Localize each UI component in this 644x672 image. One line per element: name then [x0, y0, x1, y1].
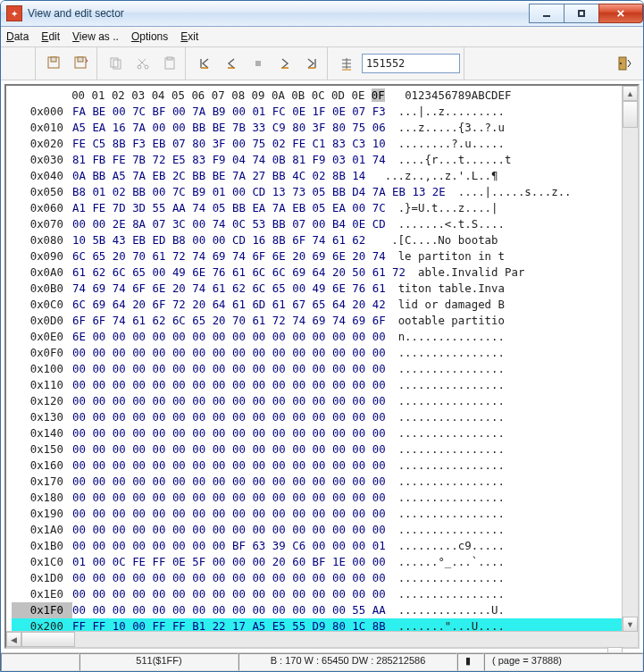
menubar: Data Edit View as .. Options Exit [1, 27, 643, 47]
first-button[interactable] [193, 52, 216, 75]
svg-rect-3 [78, 57, 83, 62]
svg-rect-9 [167, 57, 172, 60]
scroll-up-button[interactable]: ▲ [623, 86, 638, 101]
close-button[interactable] [598, 4, 643, 23]
scroll-down-button[interactable]: ▼ [623, 617, 638, 632]
app-icon: ✦ [6, 5, 22, 21]
svg-point-12 [620, 63, 622, 64]
stop-button[interactable] [247, 52, 270, 75]
scroll-thumb-h[interactable] [21, 632, 75, 647]
next-button[interactable] [273, 52, 297, 75]
statusbar: 511($1FF) B : 170 W : 65450 DW : 2852125… [1, 652, 643, 671]
copy-button[interactable] [105, 52, 128, 75]
cut-button[interactable] [131, 52, 155, 75]
menu-options[interactable]: Options [131, 30, 168, 43]
toolbar [1, 47, 643, 80]
address-input[interactable] [362, 54, 460, 73]
horizontal-scrollbar[interactable]: ◀ ▶ [6, 631, 623, 647]
status-values: B : 170 W : 65450 DW : 285212586 [238, 653, 457, 671]
hex-view[interactable]: 00 01 02 03 04 05 06 07 08 09 0A 0B 0C 0… [6, 86, 638, 647]
menu-data[interactable]: Data [6, 30, 29, 43]
prev-button[interactable] [220, 52, 243, 75]
status-marker: ▮ [457, 653, 484, 671]
menu-exit[interactable]: Exit [180, 30, 198, 43]
minimize-button[interactable] [529, 4, 565, 23]
goto-button[interactable] [335, 52, 358, 75]
titlebar: ✦ View and edit sector [1, 1, 643, 27]
save-button[interactable] [43, 52, 66, 75]
last-button[interactable] [300, 52, 323, 75]
hex-editor-panel: 00 01 02 03 04 05 06 07 08 09 0A 0B 0C 0… [4, 84, 640, 649]
open-button[interactable] [8, 52, 31, 75]
paste-button[interactable] [158, 52, 181, 75]
maximize-button[interactable] [564, 4, 599, 23]
saveas-button[interactable] [70, 52, 93, 75]
window-title: View and edit sector [28, 7, 124, 20]
status-empty1 [1, 653, 79, 671]
status-page: ( page = 37888) [484, 653, 643, 671]
menu-viewas[interactable]: View as .. [72, 30, 119, 43]
scroll-thumb[interactable] [623, 101, 638, 128]
status-position: 511($1FF) [79, 653, 238, 671]
svg-rect-10 [255, 61, 261, 66]
scroll-left-button[interactable]: ◀ [6, 632, 21, 647]
menu-edit[interactable]: Edit [41, 30, 60, 43]
svg-point-7 [145, 65, 148, 69]
vertical-scrollbar[interactable]: ▲ ▼ [622, 86, 638, 647]
svg-rect-1 [51, 57, 56, 62]
exit-door-button[interactable] [613, 52, 636, 75]
